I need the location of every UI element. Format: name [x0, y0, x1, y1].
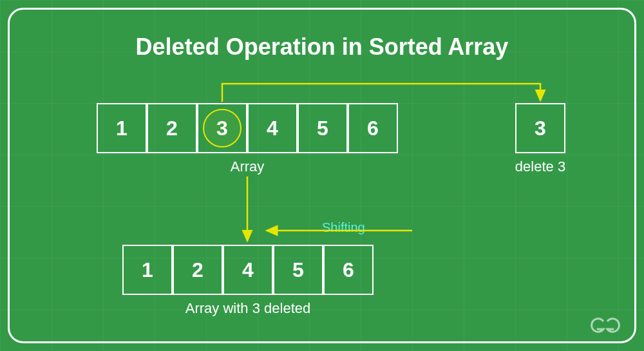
original-array-cell: 5 — [298, 103, 348, 153]
shifting-label: Shifting — [322, 220, 365, 235]
result-array-cell: 1 — [122, 245, 173, 295]
diagram-title: Deleted Operation in Sorted Array — [0, 33, 644, 61]
gfg-logo-icon — [586, 314, 625, 337]
original-array-cell: 1 — [97, 103, 147, 153]
highlight-circle — [203, 109, 242, 147]
original-array-cell: 6 — [348, 103, 398, 153]
original-array-label: Array — [97, 158, 398, 175]
result-array-label: Array with 3 deleted — [122, 300, 374, 317]
deleted-element-label: delete 3 — [502, 158, 578, 175]
result-array-cell: 4 — [223, 245, 273, 295]
original-array-cell: 4 — [247, 103, 298, 153]
result-array-cell: 6 — [323, 245, 374, 295]
deleted-element-cell: 3 — [515, 103, 565, 153]
result-array-cell: 2 — [173, 245, 223, 295]
result-array-cell: 5 — [273, 245, 323, 295]
original-array-cell: 2 — [147, 103, 197, 153]
